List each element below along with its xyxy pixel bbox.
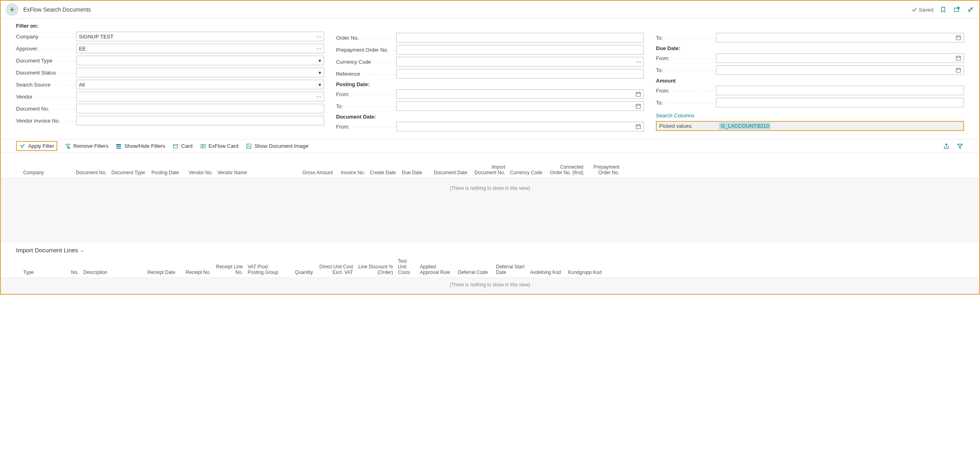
docno-label: Document No. <box>16 106 76 112</box>
duedate-from-label: From: <box>656 55 716 61</box>
calendar-icon[interactable] <box>956 55 961 61</box>
duedate-to-input[interactable] <box>716 65 964 75</box>
postingdate-to-label: To: <box>336 103 396 109</box>
picked-values-value[interactable]: G_LACCOUNT:6210 <box>719 123 770 129</box>
saved-indicator: Saved <box>911 7 934 13</box>
show-image-button[interactable]: Show Document Image <box>246 143 309 149</box>
docdate-to-input[interactable] <box>716 33 964 42</box>
chevron-down-icon: ⌄ <box>80 246 85 254</box>
doctype-select[interactable]: ▾ <box>76 56 324 65</box>
col-invno[interactable]: Invoice No. <box>335 170 367 175</box>
col2-rno[interactable]: Receipt No. <box>181 270 213 275</box>
docno-input[interactable] <box>76 104 324 113</box>
col-company[interactable]: Company <box>21 170 73 175</box>
currency-input[interactable]: ⋯ <box>396 57 644 66</box>
calendar-icon[interactable] <box>635 103 641 109</box>
source-label: Search Source <box>16 82 76 88</box>
col2-rdate[interactable]: Receipt Date <box>145 270 181 275</box>
showhide-filters-button[interactable]: Show/Hide Filters <box>115 143 165 149</box>
col-postdate[interactable]: Posting Date <box>149 170 183 175</box>
apply-filter-button[interactable]: Apply Filter <box>16 141 57 151</box>
vendor-input[interactable]: ⋯ <box>76 92 324 101</box>
svg-rect-1 <box>636 93 641 97</box>
orderno-input[interactable] <box>396 33 644 42</box>
col2-disc[interactable]: Line Discount % (Order) <box>355 264 395 275</box>
docstatus-label: Document Status <box>16 70 76 76</box>
arrow-left-icon <box>9 6 15 13</box>
postingdate-from-input[interactable] <box>396 89 644 99</box>
col-importdocno[interactable]: Import Document No. <box>472 164 508 175</box>
lookup-icon[interactable]: ⋯ <box>636 59 641 65</box>
import-lines-title[interactable]: Import Document Lines ⌄ <box>16 246 964 254</box>
lookup-icon[interactable]: ⋯ <box>316 34 321 40</box>
docdate-heading: Document Date: <box>336 114 644 120</box>
col2-no[interactable]: No. <box>57 270 81 275</box>
preorder-input[interactable] <box>396 45 644 54</box>
col2-desc[interactable]: Description <box>81 270 145 275</box>
col2-defcode[interactable]: Deferral Code <box>456 270 494 275</box>
company-label: Company <box>16 34 76 40</box>
collapse-button[interactable] <box>966 6 974 14</box>
col-duedate[interactable]: Due Date <box>399 170 432 175</box>
col2-duc[interactable]: Direct Unit Cost Excl. VAT <box>315 264 355 275</box>
col2-apprule[interactable]: Applied Approval Rule <box>417 264 456 275</box>
postingdate-to-input[interactable] <box>396 101 644 111</box>
col2-kund[interactable]: Kundgrupp Kod <box>566 270 606 275</box>
bookmark-button[interactable] <box>939 6 947 14</box>
lookup-icon[interactable]: ⋯ <box>316 46 321 52</box>
col-docno[interactable]: Document No. <box>73 170 109 175</box>
col-docdate[interactable]: Document Date <box>432 170 472 175</box>
reference-input[interactable] <box>396 69 644 78</box>
col2-defstart[interactable]: Deferral Start Date <box>494 264 528 275</box>
col-vendorno[interactable]: Vendor No. <box>183 170 215 175</box>
exflow-card-button[interactable]: ExFlow Card <box>200 143 238 149</box>
col-doctype[interactable]: Document Type <box>109 170 149 175</box>
import-lines-section: Import Document Lines ⌄ <box>1 242 979 254</box>
search-columns-link[interactable]: Search Columns <box>656 113 694 119</box>
source-select[interactable]: All▾ <box>76 80 324 89</box>
grid-empty: (There is nothing to show in this view) <box>1 178 979 242</box>
col2-tuc[interactable]: Test Unit Costs <box>395 258 417 275</box>
col-preorder[interactable]: Prepayment Order No. <box>586 164 622 175</box>
approver-input[interactable]: EE⋯ <box>76 44 324 53</box>
col-connorder[interactable]: Connected Order No. (first) <box>546 164 586 175</box>
col2-type[interactable]: Type <box>21 270 57 275</box>
chevron-down-icon: ▾ <box>319 82 321 88</box>
col-vendorname[interactable]: Vendor Name <box>215 170 295 175</box>
company-input[interactable]: SIGNUP TEST⋯ <box>76 32 324 41</box>
duedate-from-input[interactable] <box>716 53 964 63</box>
remove-filter-icon <box>65 143 71 149</box>
chevron-down-icon: ▾ <box>319 58 321 64</box>
filter-button[interactable] <box>956 142 964 150</box>
amount-to-input[interactable] <box>716 98 964 107</box>
grid2-empty: (There is nothing to show in this view) <box>1 278 979 294</box>
share-button[interactable] <box>942 142 950 150</box>
lookup-icon[interactable]: ⋯ <box>316 94 321 100</box>
docdate-from-input[interactable] <box>396 122 644 131</box>
grid2-header: Type No. Description Receipt Date Receip… <box>1 256 979 278</box>
calendar-icon[interactable] <box>956 35 961 40</box>
vendinv-input[interactable] <box>76 116 324 125</box>
calendar-icon[interactable] <box>956 67 961 73</box>
col2-qty[interactable]: Quantity <box>283 270 315 275</box>
amount-from-input[interactable] <box>716 86 964 95</box>
popout-button[interactable] <box>953 6 961 14</box>
card-button[interactable]: Card <box>172 143 192 149</box>
saved-label: Saved <box>919 7 934 13</box>
remove-filters-button[interactable]: Remove Filters <box>65 143 108 149</box>
calendar-icon[interactable] <box>635 124 641 129</box>
col2-vat[interactable]: VAT Prod. Posting Group <box>245 264 283 275</box>
col2-avd[interactable]: Avdelning Kod <box>528 270 566 275</box>
col-currcode[interactable]: Currency Code <box>508 170 546 175</box>
col-gross[interactable]: Gross Amount <box>295 170 335 175</box>
docstatus-select[interactable]: ▾ <box>76 68 324 77</box>
col2-rlno[interactable]: Receipt Line No. <box>213 264 245 275</box>
col-createdate[interactable]: Create Date <box>367 170 399 175</box>
calendar-icon[interactable] <box>635 91 641 97</box>
bookmark-icon <box>940 6 946 13</box>
back-button[interactable] <box>6 3 18 16</box>
import-lines-grid: Type No. Description Receipt Date Receip… <box>1 256 979 294</box>
svg-rect-6 <box>956 68 961 72</box>
popout-icon <box>954 6 960 13</box>
svg-rect-12 <box>246 144 251 148</box>
